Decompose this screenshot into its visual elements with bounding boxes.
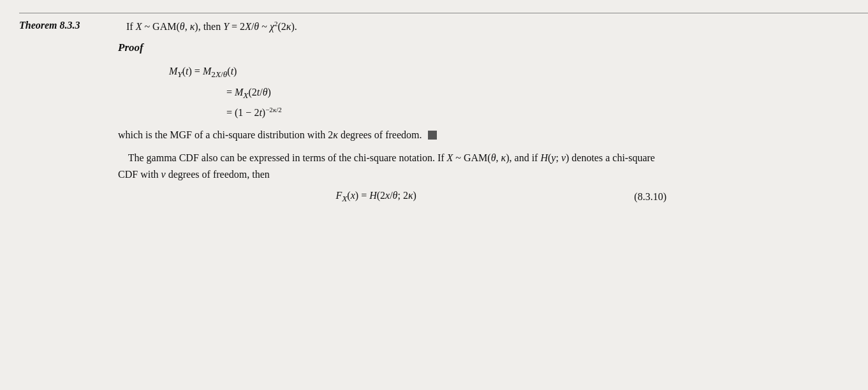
theorem-statement: If X ~ GAM(θ, κ), then Y = 2X/θ ~ χ2(2κ)… [126, 20, 297, 32]
math-block: MY(t) = M2X/θ(t) = MX(2t/θ) = (1 − 2t)−2… [169, 62, 868, 123]
math-line-1: MY(t) = M2X/θ(t) [169, 62, 868, 83]
conclusion-line: which is the MGF of a chi-square distrib… [118, 129, 868, 141]
theorem-label: Theorem 8.3.3 [19, 20, 121, 31]
proof-section: Proof MY(t) = M2X/θ(t) = MX(2t/θ) = (1 −… [118, 41, 868, 141]
qed-box [428, 131, 437, 140]
math-line-2: = MX(2t/θ) [169, 83, 868, 104]
page: Theorem 8.3.3 If X ~ GAM(θ, κ), then Y =… [0, 0, 868, 390]
equation-content: FX(x) = H(2x/θ; 2κ) [335, 190, 416, 204]
equation-row: FX(x) = H(2x/θ; 2κ) (8.3.10) [118, 190, 666, 204]
conclusion-text: which is the MGF of a chi-square distrib… [118, 129, 422, 141]
theorem-block: Theorem 8.3.3 If X ~ GAM(θ, κ), then Y =… [19, 13, 868, 32]
equation-number: (8.3.10) [634, 191, 666, 203]
math-line-3: = (1 − 2t)−2κ/2 [169, 103, 868, 123]
proof-label: Proof [118, 41, 868, 54]
paragraph-block: The gamma CDF also can be expressed in t… [118, 150, 666, 184]
paragraph-text: The gamma CDF also can be expressed in t… [118, 150, 666, 184]
